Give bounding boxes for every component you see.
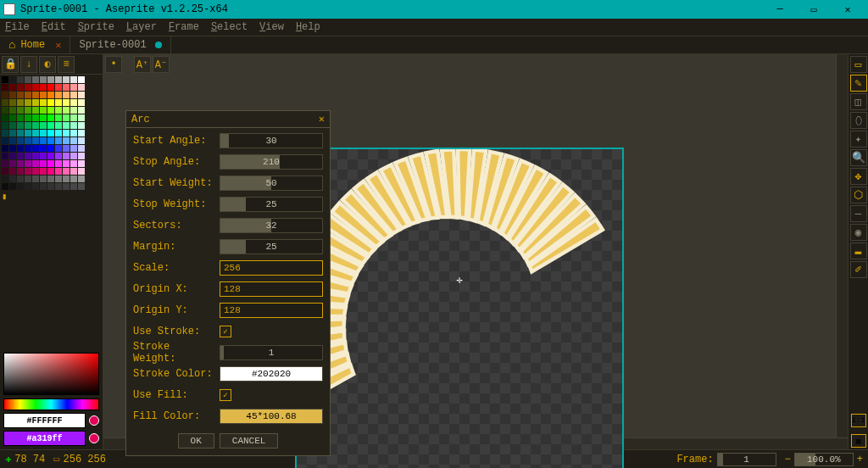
use-stroke-checkbox[interactable]: ✓ <box>220 326 231 337</box>
palette-swatch[interactable] <box>17 114 24 121</box>
palette-swatch[interactable] <box>55 137 62 144</box>
palette-swatch[interactable] <box>55 130 62 136</box>
palette-swatch[interactable] <box>25 92 31 98</box>
palette-swatch[interactable] <box>25 153 31 159</box>
palette-swatch[interactable] <box>2 114 8 121</box>
palette-swatch[interactable] <box>2 176 8 182</box>
origin-x-input[interactable]: 128 <box>220 281 323 297</box>
palette-swatch[interactable] <box>32 92 39 98</box>
palette-swatch[interactable] <box>25 137 31 144</box>
swap-colors-button[interactable] <box>89 415 99 426</box>
palette-swatch[interactable] <box>70 145 77 152</box>
palette-swatch[interactable] <box>55 114 62 121</box>
palette-swatch[interactable] <box>78 176 85 182</box>
palette-swatch[interactable] <box>17 107 24 114</box>
sprite-canvas[interactable]: ✛ <box>295 148 624 468</box>
palette-swatch[interactable] <box>9 122 16 129</box>
palette-swatch[interactable] <box>2 84 8 91</box>
use-fill-checkbox[interactable]: ✓ <box>220 389 231 401</box>
palette-swatch[interactable] <box>63 183 70 190</box>
arc-dialog[interactable]: Arc ✕ Start Angle: 30 Stop Angle: 210 St… <box>125 110 331 456</box>
palette-swatch[interactable] <box>63 92 70 98</box>
palette-swatch[interactable] <box>70 168 77 175</box>
palette-swatch[interactable] <box>47 145 54 152</box>
start-angle-slider[interactable]: 30 <box>220 133 323 148</box>
palette-swatch[interactable] <box>25 107 31 114</box>
palette-swatch[interactable] <box>40 99 47 106</box>
palette-swatch[interactable] <box>70 176 77 182</box>
palette-swatch[interactable] <box>32 176 39 182</box>
palette-swatch[interactable] <box>63 160 70 167</box>
color-palette[interactable]: ▮ <box>0 75 103 203</box>
palette-swatch[interactable] <box>63 137 70 144</box>
palette-swatch[interactable] <box>78 76 85 83</box>
tool-polygon[interactable]: ⬡ <box>850 187 867 203</box>
palette-swatch[interactable] <box>25 122 31 129</box>
palette-swatch[interactable] <box>55 107 62 114</box>
palette-swatch[interactable] <box>70 84 77 91</box>
tab-home[interactable]: ⌂ Home ✕ <box>0 36 70 53</box>
tool-marquee[interactable]: ▭ <box>850 56 867 73</box>
palette-swatch[interactable] <box>63 99 70 106</box>
arc-dialog-titlebar[interactable]: Arc ✕ <box>126 111 330 128</box>
minimize-button[interactable]: — <box>763 3 797 15</box>
palette-swatch[interactable] <box>17 130 24 136</box>
palette-menu-button[interactable]: ≡ <box>58 56 75 73</box>
palette-swatch[interactable] <box>47 137 54 144</box>
palette-swatch[interactable] <box>32 114 39 121</box>
tab-home-close-icon[interactable]: ✕ <box>55 39 61 52</box>
palette-swatch[interactable] <box>78 130 85 136</box>
palette-swatch[interactable] <box>25 176 31 182</box>
palette-swatch[interactable] <box>9 130 16 136</box>
stop-weight-slider[interactable]: 25 <box>220 197 323 212</box>
palette-swatch[interactable] <box>47 168 54 175</box>
palette-swatch[interactable] <box>70 99 77 106</box>
palette-swatch[interactable] <box>63 122 70 129</box>
palette-swatch[interactable] <box>47 183 54 190</box>
palette-swatch[interactable] <box>25 114 31 121</box>
origin-y-input[interactable]: 128 <box>220 303 323 318</box>
palette-swatch[interactable] <box>9 160 16 167</box>
zoom-slider[interactable]: 100.0% <box>794 453 854 466</box>
palette-swatch[interactable] <box>78 145 85 152</box>
palette-swatch[interactable] <box>47 107 54 114</box>
palette-swatch[interactable] <box>78 107 85 114</box>
tool-rectangle[interactable]: ▬ <box>850 242 867 259</box>
palette-swatch[interactable] <box>17 99 24 106</box>
palette-swatch[interactable] <box>32 168 39 175</box>
palette-swatch[interactable] <box>78 84 85 91</box>
palette-swatch[interactable] <box>9 76 16 83</box>
menu-help[interactable]: Help <box>296 21 320 33</box>
palette-swatch[interactable] <box>78 168 85 175</box>
palette-swatch[interactable] <box>17 168 24 175</box>
palette-swatch[interactable] <box>55 99 62 106</box>
palette-swatch[interactable] <box>47 130 54 136</box>
palette-swatch[interactable] <box>40 160 47 167</box>
palette-swatch[interactable] <box>63 114 70 121</box>
palette-swatch[interactable] <box>63 76 70 83</box>
palette-swatch[interactable] <box>9 168 16 175</box>
tool-pencil[interactable]: ✎ <box>850 75 867 92</box>
palette-swatch[interactable] <box>63 176 70 182</box>
fill-color-button[interactable]: 45*100.68 <box>220 409 323 424</box>
palette-swatch[interactable] <box>32 99 39 106</box>
palette-swatch[interactable] <box>32 107 39 114</box>
palette-swatch[interactable] <box>70 122 77 129</box>
palette-swatch[interactable] <box>78 114 85 121</box>
vertical-scrollbar[interactable] <box>836 54 848 437</box>
palette-swatch[interactable] <box>25 84 31 91</box>
palette-swatch[interactable] <box>25 76 31 83</box>
swap-colors-button-2[interactable] <box>89 433 99 443</box>
palette-swatch[interactable] <box>47 122 54 129</box>
palette-swatch[interactable] <box>32 84 39 91</box>
palette-swatch[interactable] <box>9 92 16 98</box>
palette-swatch[interactable] <box>63 107 70 114</box>
palette-swatch[interactable] <box>9 137 16 144</box>
pixel-brush-button[interactable]: • <box>105 56 122 73</box>
palette-swatch[interactable] <box>2 107 8 114</box>
palette-swatch[interactable] <box>2 145 8 152</box>
zoom-minus-button[interactable]: − <box>785 454 791 465</box>
foreground-swatch[interactable]: #FFFFFF <box>3 413 86 428</box>
palette-swatch[interactable] <box>47 76 54 83</box>
palette-swatch[interactable] <box>63 145 70 152</box>
